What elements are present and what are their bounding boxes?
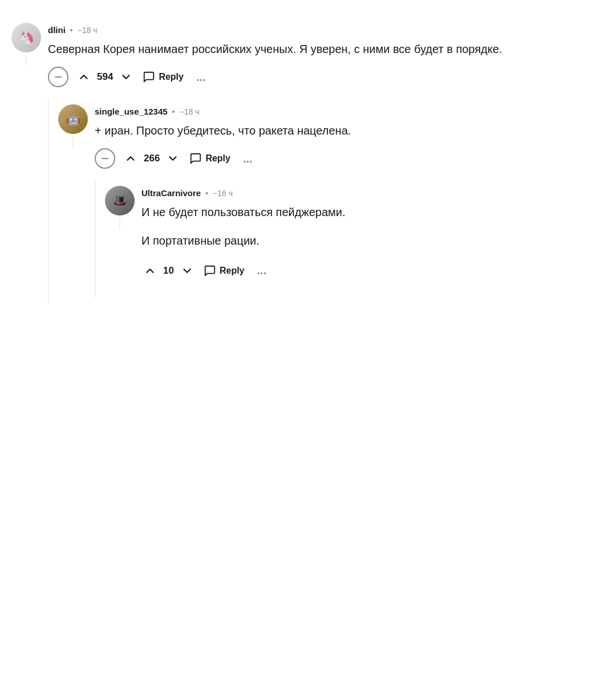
text-line-2: И портативные рации. (141, 234, 260, 247)
dot-separator: • (70, 26, 73, 35)
reply-icon (189, 152, 202, 165)
timestamp: −18 ч (78, 26, 98, 35)
comment-text-part1: И не будет пользоваться пейджерами. (141, 204, 598, 221)
downvote-icon (181, 265, 193, 277)
upvote-button[interactable] (141, 261, 159, 281)
avatar: 🎩 (105, 186, 135, 216)
downvote-icon (120, 71, 132, 83)
downvote-icon (167, 152, 179, 165)
vote-count: 594 (95, 71, 115, 83)
comment-header: UltraCarnivore • −16 ч (141, 188, 605, 198)
comment-text-part2: И портативные рации. (141, 232, 598, 249)
collapse-button[interactable] (95, 148, 115, 169)
avatar: 🦄 (11, 23, 41, 52)
comment-header: single_use_12345 • −18 ч (95, 107, 605, 116)
comment-item-nested: 🤖 single_use_12345 • −18 ч + иран. Прост… (58, 99, 605, 303)
more-button[interactable]: ... (253, 261, 271, 281)
comment-text: Северная Корея нанимает российских учены… (48, 40, 561, 58)
comment-left-col: 🦄 (11, 23, 41, 66)
comment-actions: 594 Reply ... (48, 67, 605, 87)
thread-line (119, 218, 120, 229)
timestamp: −16 ч (213, 189, 233, 198)
timestamp: −18 ч (180, 107, 200, 116)
collapse-button[interactable] (48, 67, 68, 87)
reply-label: Reply (205, 153, 230, 164)
reply-button[interactable]: Reply (137, 67, 189, 87)
upvote-icon (124, 152, 137, 165)
reply-button[interactable]: Reply (198, 261, 250, 281)
upvote-icon (144, 265, 156, 277)
vote-count: 10 (161, 265, 176, 277)
dot-separator: • (172, 107, 175, 116)
downvote-button[interactable] (164, 149, 181, 168)
comment-left-col: 🤖 (58, 104, 88, 148)
comment-item-nested-2: 🎩 UltraCarnivore • −16 ч (105, 180, 605, 298)
reply-label: Reply (220, 266, 245, 276)
reply-icon (204, 265, 216, 277)
comment-header: dlini • −18 ч (48, 25, 605, 35)
minus-icon (54, 72, 63, 82)
reply-icon (143, 71, 155, 83)
username[interactable]: single_use_12345 (95, 107, 168, 116)
vote-count: 266 (141, 153, 162, 164)
comment-body: dlini • −18 ч Северная Корея нанимает ро… (48, 23, 605, 303)
minus-icon (100, 154, 110, 163)
comment-left-col: 🎩 (105, 186, 135, 229)
thread-line (26, 55, 27, 66)
nested-replies-2: 🎩 UltraCarnivore • −16 ч (95, 180, 605, 298)
comment-text: + иран. Просто убедитесь, что ракета нац… (95, 122, 605, 139)
upvote-icon (78, 71, 90, 83)
more-button[interactable]: ... (238, 149, 257, 169)
comment-item: 🦄 dlini • −18 ч Северная Корея нанимает … (11, 17, 605, 309)
username[interactable]: UltraCarnivore (141, 188, 201, 198)
reply-button[interactable]: Reply (184, 149, 236, 168)
more-button[interactable]: ... (192, 67, 210, 87)
comment-actions: 266 Reply (95, 148, 605, 169)
thread-line (72, 136, 74, 148)
downvote-button[interactable] (117, 67, 135, 87)
downvote-button[interactable] (179, 261, 196, 281)
comment-body: UltraCarnivore • −16 ч И не будет пользо… (141, 186, 605, 292)
comment-body: single_use_12345 • −18 ч + иран. Просто … (95, 104, 605, 298)
comment-thread: 🦄 dlini • −18 ч Северная Корея нанимает … (11, 17, 605, 309)
username[interactable]: dlini (48, 25, 66, 35)
upvote-button[interactable] (122, 149, 139, 168)
avatar: 🤖 (58, 104, 88, 134)
nested-replies-1: 🤖 single_use_12345 • −18 ч + иран. Прост… (48, 99, 605, 303)
upvote-button[interactable] (75, 67, 92, 87)
reply-label: Reply (159, 72, 184, 82)
dot-separator: • (205, 189, 208, 198)
text-line-1: И не будет пользоваться пейджерами. (141, 206, 346, 218)
comment-actions: 10 (141, 261, 605, 281)
